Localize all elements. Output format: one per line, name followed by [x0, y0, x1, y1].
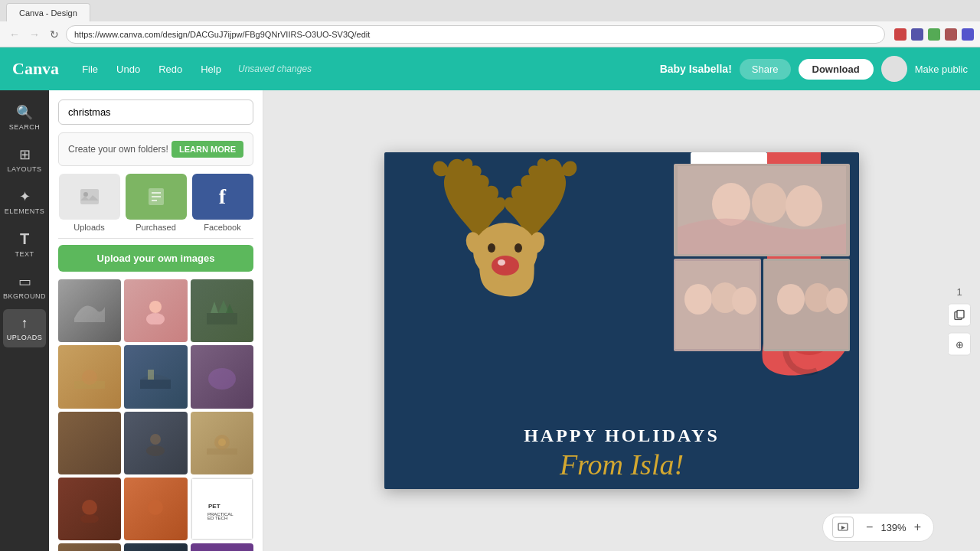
- image-thumb-9[interactable]: [191, 412, 253, 474]
- refresh-button[interactable]: ↻: [46, 26, 63, 43]
- svg-point-46: [777, 284, 805, 315]
- svg-rect-11: [140, 380, 171, 389]
- svg-rect-12: [148, 370, 154, 380]
- image-thumb-4[interactable]: [58, 345, 121, 408]
- svg-point-40: [786, 185, 822, 227]
- ext-icon-1: [894, 28, 906, 41]
- address-bar[interactable]: https://www.canva.com/design/DACGuJ7ijpw…: [66, 25, 885, 44]
- image-thumb-1[interactable]: [58, 279, 121, 342]
- svg-point-42: [684, 284, 712, 315]
- from-isla-text: From Isla!: [384, 448, 859, 481]
- svg-point-13: [208, 368, 236, 390]
- image-thumb-3[interactable]: [191, 279, 253, 342]
- tab-title: Canva - Design: [19, 8, 77, 18]
- sidebar-item-text[interactable]: T TEXT: [3, 224, 46, 264]
- image-thumb-12[interactable]: PET PRACTICAL ED TECH: [191, 478, 253, 540]
- learn-more-button[interactable]: LEARN MORE: [172, 141, 243, 158]
- svg-point-15: [146, 445, 165, 456]
- folder-promo: Create your own folders! LEARN MORE: [58, 132, 253, 166]
- image-thumb-5[interactable]: [124, 345, 187, 408]
- back-button[interactable]: ←: [6, 26, 23, 43]
- layouts-icon: ⊞: [19, 146, 31, 163]
- page-number: 1: [956, 286, 962, 298]
- url-text: https://www.canva.com/design/DACGuJ7ijpw…: [74, 30, 370, 39]
- reindeer-illustration: [403, 152, 629, 390]
- sidebar-item-background[interactable]: ▭ BKGROUND: [3, 267, 46, 306]
- browser-tab[interactable]: Canva - Design: [6, 3, 90, 21]
- help-menu[interactable]: Help: [193, 59, 229, 80]
- ext-icon-5: [962, 28, 974, 41]
- zoom-in-button[interactable]: +: [911, 519, 924, 536]
- extra-tool-icon: ⊕: [956, 338, 964, 350]
- image-thumb-14[interactable]: [124, 543, 187, 551]
- photo-top: [674, 164, 850, 256]
- photo-grid: [674, 164, 850, 351]
- ext-icon-2: [911, 28, 923, 41]
- sidebar-item-layouts[interactable]: ⊞ LAYOUTS: [3, 140, 46, 179]
- sidebar-item-uploads[interactable]: ↑ UPLOADS: [3, 309, 46, 347]
- unsaved-indicator: Unsaved changes: [238, 64, 312, 74]
- file-menu[interactable]: File: [74, 59, 106, 80]
- image-thumb-8[interactable]: [124, 412, 187, 474]
- search-input[interactable]: [58, 99, 253, 125]
- image-thumb-11[interactable]: [124, 478, 187, 540]
- header-nav: File Undo Redo Help Unsaved changes: [74, 59, 312, 80]
- sidebar-item-elements[interactable]: ✦ ELEMENTS: [3, 182, 46, 221]
- source-facebook[interactable]: f Facebook: [191, 174, 253, 232]
- image-thumb-2[interactable]: [124, 279, 187, 342]
- svg-point-31: [514, 243, 522, 253]
- sidebar-label-uploads: UPLOADS: [7, 334, 43, 341]
- header-right: Baby Isabella! Share Download Make publi…: [660, 56, 968, 82]
- copy-tool-button[interactable]: [948, 304, 971, 327]
- presentation-button[interactable]: [832, 517, 854, 538]
- sidebar-label-elements: ELEMENTS: [5, 207, 45, 215]
- avatar[interactable]: [881, 56, 907, 82]
- undo-button[interactable]: Undo: [109, 59, 148, 80]
- canvas-area[interactable]: HAPPY HOLIDAYS From Isla! 1 ⊕: [263, 90, 980, 551]
- svg-point-33: [498, 259, 505, 266]
- purchased-label: Purchased: [136, 223, 176, 232]
- zoom-level-display: 139%: [880, 522, 906, 533]
- svg-text:ED TECH: ED TECH: [207, 516, 227, 520]
- download-button[interactable]: Download: [799, 59, 874, 80]
- design-card[interactable]: HAPPY HOLIDAYS From Isla!: [384, 152, 859, 489]
- zoom-out-button[interactable]: −: [863, 519, 876, 536]
- photo-bottom-right: [763, 259, 851, 351]
- text-icon: T: [20, 230, 29, 248]
- image-thumb-13[interactable]: [58, 543, 121, 551]
- canva-logo-text: Canva: [12, 59, 59, 79]
- canva-logo[interactable]: Canva: [12, 59, 59, 79]
- sidebar-label-layouts: LAYOUTS: [8, 165, 42, 173]
- svg-point-10: [82, 370, 97, 385]
- ext-icon-3: [928, 28, 940, 41]
- image-thumb-6[interactable]: [191, 345, 253, 408]
- project-name: Baby Isabella!: [660, 63, 732, 75]
- svg-point-48: [826, 288, 848, 314]
- sidebar: 🔍 SEARCH ⊞ LAYOUTS ✦ ELEMENTS T TEXT ▭ B…: [0, 90, 49, 551]
- sidebar-label-search: SEARCH: [9, 123, 41, 131]
- svg-point-32: [492, 256, 519, 276]
- card-text-area[interactable]: HAPPY HOLIDAYS From Isla!: [384, 425, 859, 481]
- source-purchased[interactable]: Purchased: [125, 174, 187, 232]
- image-thumb-15[interactable]: [191, 543, 253, 551]
- browser-controls: ← → ↻ https://www.canva.com/design/DACGu…: [0, 21, 980, 47]
- share-button[interactable]: Share: [740, 59, 791, 80]
- sidebar-label-text: TEXT: [15, 250, 34, 258]
- svg-point-1: [83, 192, 88, 197]
- uploads-label: Uploads: [74, 223, 104, 232]
- image-thumb-10[interactable]: [58, 478, 121, 540]
- image-thumb-7[interactable]: [58, 412, 121, 474]
- svg-rect-0: [80, 189, 99, 204]
- sidebar-item-search[interactable]: 🔍 SEARCH: [3, 98, 46, 137]
- extra-tool-button[interactable]: ⊕: [948, 333, 971, 356]
- svg-point-6: [149, 301, 162, 313]
- upload-images-button[interactable]: Upload your own images: [58, 245, 253, 272]
- svg-point-19: [82, 500, 97, 515]
- svg-point-39: [752, 183, 787, 223]
- source-uploads[interactable]: Uploads: [58, 174, 120, 232]
- make-public-button[interactable]: Make public: [915, 64, 968, 75]
- upload-sources: Uploads Purchased f Facebook: [58, 174, 253, 232]
- forward-button[interactable]: →: [26, 26, 43, 43]
- happy-holidays-text: HAPPY HOLIDAYS: [384, 425, 859, 446]
- redo-button[interactable]: Redo: [151, 59, 190, 80]
